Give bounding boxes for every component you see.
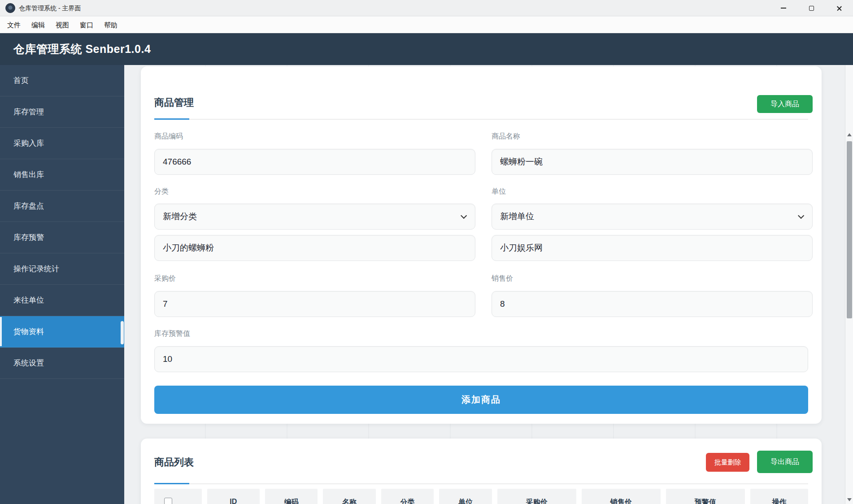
menu-edit[interactable]: 编辑: [26, 17, 50, 33]
minimize-icon: [781, 8, 786, 9]
window-maximize-button[interactable]: [797, 0, 825, 16]
col-header-purchase-price: 采购价: [497, 489, 576, 504]
product-name-input[interactable]: [492, 149, 813, 175]
list-card-title: 商品列表: [154, 456, 194, 469]
window-close-button[interactable]: [825, 0, 853, 16]
scroll-down-icon[interactable]: [847, 498, 852, 501]
unit-custom-input[interactable]: [492, 235, 813, 261]
add-product-button[interactable]: 添加商品: [154, 386, 808, 414]
menu-window[interactable]: 窗口: [74, 17, 99, 33]
sidebar-item-goods-data[interactable]: 货物资料: [0, 316, 124, 348]
menu-bar: 文件 编辑 视图 窗口 帮助: [0, 17, 853, 33]
window-scrollbar[interactable]: [845, 65, 853, 504]
sidebar-item-operation-stats[interactable]: 操作记录统计: [0, 253, 124, 285]
category-select[interactable]: 新增分类: [154, 204, 475, 230]
unit-select[interactable]: 新增单位: [492, 204, 813, 230]
sidebar-item-sales-out[interactable]: 销售出库: [0, 159, 124, 191]
menu-file[interactable]: 文件: [2, 17, 26, 33]
col-header-actions: 操作: [750, 489, 808, 504]
table-header-row: ID 编码 名称 分类 单位 采购价 销售价 预警值 操作: [154, 489, 808, 504]
category-selected-value: 新增分类: [163, 211, 197, 222]
title-underline: [154, 483, 808, 484]
select-all-checkbox[interactable]: [164, 498, 172, 504]
os-titlebar: 仓库管理系统 - 主界面: [0, 0, 853, 16]
app-icon: [5, 3, 15, 13]
sale-price-label: 销售价: [492, 274, 513, 283]
close-icon: [836, 5, 842, 11]
window-minimize-button[interactable]: [770, 0, 797, 16]
sidebar-item-partners[interactable]: 来往单位: [0, 285, 124, 316]
col-header-sale-price: 销售价: [582, 489, 661, 504]
product-code-label: 商品编码: [154, 132, 183, 141]
col-header-code: 编码: [265, 489, 318, 504]
menu-view[interactable]: 视图: [50, 17, 74, 33]
scrollbar-thumb[interactable]: [847, 141, 852, 318]
chevron-down-icon: [798, 213, 804, 219]
select-all-header-cell: [154, 489, 202, 504]
sidebar-item-settings[interactable]: 系统设置: [0, 348, 124, 379]
chevron-down-icon: [461, 213, 467, 219]
col-header-name: 名称: [323, 489, 375, 504]
unit-selected-value: 新增单位: [500, 211, 534, 222]
window-title: 仓库管理系统 - 主界面: [19, 0, 81, 16]
purchase-price-input[interactable]: [154, 291, 475, 317]
title-underline: [154, 119, 808, 120]
product-list-card: 商品列表 批量删除 导出商品 ID 编码 名称 分类 单位 采购价 销售价 预警…: [141, 439, 822, 504]
form-card-title: 商品管理: [154, 96, 194, 109]
menu-help[interactable]: 帮助: [99, 17, 123, 33]
purchase-price-label: 采购价: [154, 274, 176, 283]
col-header-unit: 单位: [439, 489, 492, 504]
sidebar-item-stock-warning[interactable]: 库存预警: [0, 222, 124, 253]
sidebar-item-stocktake[interactable]: 库存盘点: [0, 191, 124, 222]
import-products-button[interactable]: 导入商品: [757, 95, 813, 113]
sale-price-input[interactable]: [492, 291, 813, 317]
sidebar-scrollbar-thumb[interactable]: [121, 321, 124, 344]
product-name-label: 商品名称: [492, 132, 520, 141]
stock-warning-label: 库存预警值: [154, 329, 190, 339]
col-header-category: 分类: [381, 489, 434, 504]
sidebar-item-purchase-in[interactable]: 采购入库: [0, 128, 124, 159]
col-header-warning-value: 预警值: [666, 489, 745, 504]
sidebar-item-inventory[interactable]: 库存管理: [0, 96, 124, 128]
category-custom-input[interactable]: [154, 235, 475, 261]
product-form-card: 商品管理 导入商品 商品编码 商品名称 分类 单位 新增分类 新增单位 采购价 …: [141, 66, 822, 424]
app-header: 仓库管理系统 Senber1.0.4: [0, 33, 853, 65]
maximize-icon: [809, 6, 814, 11]
unit-label: 单位: [492, 187, 506, 196]
batch-delete-button[interactable]: 批量删除: [706, 453, 749, 472]
category-label: 分类: [154, 187, 169, 196]
sidebar-nav: 首页 库存管理 采购入库 销售出库 库存盘点 库存预警 操作记录统计 来往单位 …: [0, 65, 124, 504]
stock-warning-input[interactable]: [154, 346, 808, 372]
product-code-input[interactable]: [154, 149, 475, 175]
col-header-id: ID: [207, 489, 260, 504]
scroll-up-icon[interactable]: [847, 133, 852, 136]
app-title: 仓库管理系统 Senber1.0.4: [13, 33, 151, 65]
export-products-button[interactable]: 导出商品: [757, 451, 813, 473]
sidebar-item-home[interactable]: 首页: [0, 65, 124, 96]
